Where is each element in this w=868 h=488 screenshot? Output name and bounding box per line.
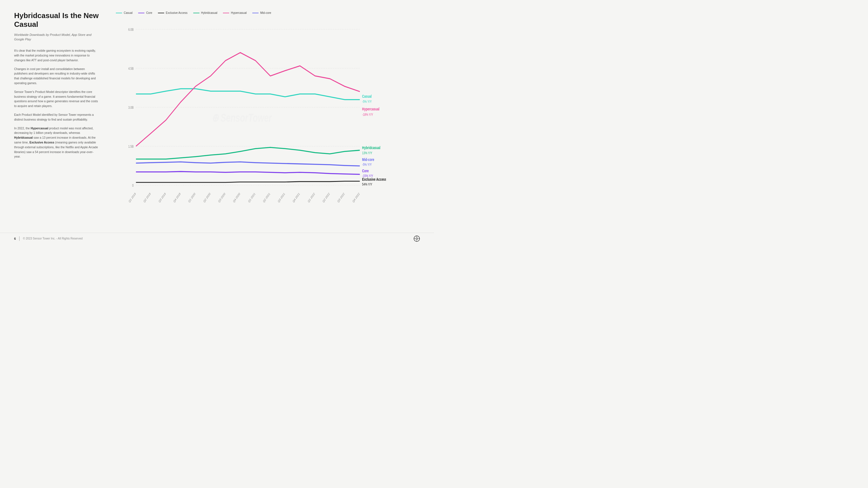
y-label-0: 0 [132,184,134,188]
end-sublabel-exclusive: 54% Y/Y [362,183,372,186]
x-q12021: Q1 2021 [248,192,256,203]
y-label-3b: 3.0B [128,106,134,109]
hybridcasual-bold: Hybridcasual [14,136,33,139]
end-label-mid: Mid-core [362,158,374,162]
footer-copyright: © 2023 Sensor Tower Inc. - All Rights Re… [23,237,83,240]
body-para-3: Sensor Tower's Product Model descriptor … [14,90,99,108]
legend-hybrid-label: Hybridcasual [201,11,218,14]
end-label-hybrid: Hybridcasual [362,145,381,150]
legend-midcore: Mid-core [252,11,271,14]
legend-casual: Casual [116,11,132,14]
x-q12020: Q1 2020 [188,192,196,203]
legend-exclusive: Exclusive Access [158,11,188,14]
legend-core-line [138,13,144,13]
midcore-line [136,162,360,166]
x-axis-labels: Q1 2019 Q2 2019 Q3 2019 Q4 2019 Q1 2020 … [128,192,360,203]
legend-mid-line [252,13,258,13]
legend-casual-line [116,13,122,13]
casual-line [136,89,360,99]
x-q32020: Q3 2020 [218,192,226,203]
legend-hybrid-line [193,13,199,13]
end-sublabel-casual: -5% Y/Y [362,100,372,104]
y-label-6b: 6.0B [128,28,134,32]
right-panel: Casual Core Exclusive Access Hybridcasua… [110,11,420,227]
left-panel: Hybridcasual Is the New Casual Worldwide… [14,11,99,227]
chart-area: ⊕ SensorTower 6.0B 4.5B 3.0B 1.5B 0 Q1 2… [110,17,420,227]
end-label-exclusive: Exclusive Access [362,177,386,182]
legend-casual-label: Casual [124,11,132,14]
legend-core: Core [138,11,152,14]
legend-mid-label: Mid-core [260,11,271,14]
x-q22020: Q2 2020 [203,192,211,203]
end-sublabel-hyper: -18% Y/Y [362,112,373,116]
footer-page-number: 6 [14,237,16,240]
body-para-1: It's clear that the mobile gaming ecosys… [14,48,99,62]
watermark: ⊕ SensorTower [212,111,272,124]
sensor-tower-logo [414,235,420,242]
legend-exclusive-label: Exclusive Access [166,11,188,14]
chart-legend: Casual Core Exclusive Access Hybridcasua… [110,11,420,14]
x-q32022: Q3 2022 [337,192,345,203]
chart-svg: ⊕ SensorTower 6.0B 4.5B 3.0B 1.5B 0 Q1 2… [124,17,386,210]
svg-point-1 [416,238,417,239]
body-para-2: Changes in cost per install and consolid… [14,67,99,86]
y-label-45b: 4.5B [128,67,134,71]
legend-exclusive-line [158,13,164,13]
page-title: Hybridcasual Is the New Casual [14,11,99,29]
exclusive-access-bold: Exclusive Access [29,141,54,144]
hypercasual-bold: Hypercasual [31,127,48,130]
x-q32021: Q3 2021 [277,192,285,203]
exclusive-access-line [136,181,360,183]
core-line [136,171,360,174]
x-q42019: Q4 2019 [173,192,181,203]
x-q42020: Q4 2020 [232,192,241,203]
legend-hyper-label: Hypercasual [231,11,247,14]
legend-hypercasual: Hypercasual [223,11,247,14]
end-label-casual: Casual [362,94,372,99]
hybridcasual-line [136,148,360,159]
x-q42022: Q4 2022 [352,192,360,203]
legend-core-label: Core [146,11,152,14]
x-q22022: Q2 2022 [322,192,330,203]
x-q42021: Q4 2021 [292,192,300,203]
end-label-core: Core [362,169,369,173]
end-sublabel-mid: -5% Y/Y [362,163,372,167]
legend-hyper-line [223,13,229,13]
body-para-4: Each Product Model identified by Sensor … [14,112,99,122]
x-q12019: Q1 2019 [128,192,136,203]
x-q22021: Q2 2021 [262,192,271,203]
body-para-5: In 2022, the Hypercasual product model w… [14,126,99,159]
hypercasual-line [136,53,360,146]
footer: 6 © 2023 Sensor Tower Inc. - All Rights … [0,233,434,244]
x-q32019: Q3 2019 [158,192,166,203]
x-q12022: Q1 2022 [307,192,315,203]
y-label-15b: 1.5B [128,144,134,149]
subtitle: Worldwide Downloads by Product Model, Ap… [14,33,99,41]
end-label-hyper: Hypercasual [362,107,379,111]
x-q22019: Q2 2019 [143,192,151,203]
legend-hybridcasual: Hybridcasual [193,11,218,14]
end-sublabel-hybrid: 13% Y/Y [362,151,372,155]
footer-divider [19,236,20,241]
